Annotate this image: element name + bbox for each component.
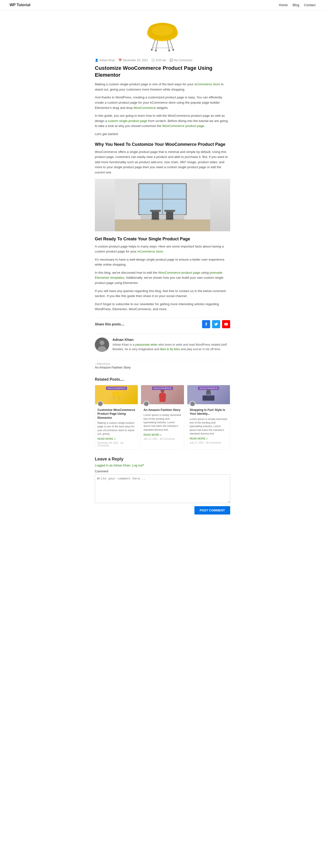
comment-icon: 💬 (170, 59, 173, 62)
related-card-1-image: WOOCOMMERCE (95, 385, 138, 404)
related-card-1-title: Customize WooCommerce Product Page Using… (97, 408, 135, 420)
svg-line-28 (113, 396, 114, 399)
svg-point-1 (152, 25, 173, 36)
related-card-3-readmore[interactable]: READ MORE » (190, 437, 208, 440)
prev-post-link[interactable]: An Amazon Fashion Story (95, 366, 130, 369)
ecommerce-link[interactable]: eCommerce store (195, 83, 220, 86)
svg-rect-19 (150, 210, 161, 212)
author-box: Adnan Khan Adnan Khan is a passionate wr… (95, 334, 230, 355)
svg-point-9 (155, 50, 157, 52)
chevron-left-icon: ‹ (95, 363, 96, 365)
related-card-2-image: WOOCOMMERCE (141, 385, 184, 404)
passionate-link[interactable]: passionate writer (135, 343, 158, 346)
user-icon: 👤 (95, 59, 98, 62)
leave-reply-section: Leave a Reply Logged in as Adnan Khan. L… (95, 457, 230, 515)
svg-line-5 (167, 40, 169, 50)
logged-in-user-link[interactable]: Logged in as Adnan Khan. (95, 464, 131, 467)
nav-home[interactable]: Home (279, 3, 288, 7)
related-card-2-title: An Amazon Fashion Story (143, 408, 181, 412)
share-section: Share this posts.... (95, 317, 230, 328)
related-card-3-title: Shopping Is Fun! Style Is Your Identity.… (190, 408, 228, 416)
related-card-1: WOOCOMMERCE Customize WooCommerce Produc… (95, 385, 138, 450)
svg-point-8 (172, 49, 174, 51)
comment-textarea[interactable] (95, 474, 230, 503)
related-card-2-meta: July 13, 2021 · No Comments (143, 438, 181, 440)
related-card-2-readmore[interactable]: READ MORE » (143, 433, 161, 436)
logout-link[interactable]: Log out? (132, 464, 144, 467)
para-2: And thanks to WordPress, creating a cust… (95, 95, 230, 110)
related-posts-grid: WOOCOMMERCE Customize WooCommerce Produc… (95, 385, 230, 450)
para-3: In this guide, you are going to learn ho… (95, 113, 230, 129)
chair-illustration (139, 15, 186, 53)
related-card-2: WOOCOMMERCE An Amazon Fashion Story Lore… (141, 385, 184, 450)
prev-label: ‹ PREVIOUS (95, 363, 230, 365)
related-card-1-meta: December 28, 2021 · No Comments (97, 442, 135, 447)
svg-rect-33 (206, 394, 211, 396)
author-avatar (95, 338, 109, 352)
svg-rect-18 (152, 211, 159, 219)
site-brand[interactable]: WP Tutorial (9, 3, 30, 7)
nav-blog[interactable]: Blog (293, 3, 299, 7)
author-meta: 👤 Adnan Khan (95, 59, 115, 62)
related-card-3-image: WOOCOMMERCE (187, 385, 230, 404)
youtube-share-button[interactable] (222, 320, 230, 328)
author-avatar-image (95, 338, 109, 352)
main-content: 👤 Adnan Khan 📅 December 28, 2021 🕐 8:03 … (91, 10, 234, 529)
section1-heading: Why You Need To Customize Your WooCommer… (95, 142, 230, 147)
section1-text: WooCommerce offers a single product page… (95, 149, 230, 175)
related-card-2-body: An Amazon Fashion Story Lorem ipsum is s… (141, 404, 184, 442)
post-meta: 👤 Adnan Khan 📅 December 28, 2021 🕐 8:03 … (95, 59, 230, 62)
author-name: Adnan Khan (113, 338, 230, 342)
card-author-avatar-1 (97, 401, 103, 407)
date-meta: 📅 December 28, 2021 (118, 59, 148, 62)
likes-to-fly-link[interactable]: likes to fly kites (160, 347, 180, 351)
logged-in-as: Logged in as Adnan Khan. Log out? (95, 464, 230, 467)
clock-icon: 🕐 (151, 59, 155, 62)
related-posts-section: Related Posts.... WOOCOMMERCE Customize … (95, 377, 230, 450)
woocommerce-link2[interactable]: WooCommerce product page (158, 271, 200, 274)
comment-label: Comment (95, 469, 230, 473)
facebook-share-button[interactable] (202, 320, 210, 328)
related-card-3-excerpt: Lorem ipsum is simply dummied text of th… (190, 417, 228, 436)
card-shopping-icon (201, 389, 216, 401)
section2-para-1: It's necessary to have a well-design sin… (95, 257, 230, 267)
nav-contact[interactable]: Contact (304, 3, 316, 7)
svg-line-4 (156, 40, 158, 50)
twitter-share-button[interactable] (212, 320, 220, 328)
post-title: Customize WooCommerce Product Page Using… (95, 65, 230, 79)
leave-reply-heading: Leave a Reply (95, 457, 230, 462)
card-author-avatar-3 (190, 401, 196, 407)
custom-single-link[interactable]: custom single product page (108, 119, 147, 123)
card-chair-icon (109, 389, 124, 401)
related-posts-heading: Related Posts.... (95, 377, 230, 381)
woo-product-link[interactable]: WooCommerce product page (162, 124, 204, 128)
related-card-3-body: Shopping Is Fun! Style Is Your Identity.… (187, 404, 230, 446)
room-illustration (95, 179, 230, 231)
para-4: Let's get started: (95, 131, 230, 137)
section2-para-2: In this blog, we've discussed how to edi… (95, 270, 230, 286)
section2-heading: Get Ready To Create Your Single Product … (95, 237, 230, 242)
related-card-2-excerpt: Lorem ipsum is simply dummied text of th… (143, 413, 181, 432)
share-label: Share this posts.... (95, 322, 124, 326)
svg-rect-20 (166, 211, 173, 219)
svg-point-26 (99, 340, 105, 345)
time-meta: 🕐 8:03 am (151, 59, 166, 62)
ecommerce-link2[interactable]: eCommerce store (138, 250, 163, 253)
post-body: Making a custom single product page is o… (95, 82, 230, 312)
svg-point-7 (151, 49, 153, 51)
svg-line-29 (119, 396, 120, 399)
svg-rect-17 (141, 215, 184, 219)
related-card-3: WOOCOMMERCE Shopping Is Fun! Style Is Yo… (187, 385, 230, 450)
woocommerce-link[interactable]: WooCommerce (134, 106, 156, 110)
comments-meta: 💬 No Comments (170, 59, 193, 62)
related-card-1-excerpt: Making a custom single product page is o… (97, 421, 135, 436)
navbar: WP Tutorial Home Blog Contact (0, 0, 325, 10)
hero-image (95, 15, 230, 54)
related-card-1-readmore[interactable]: READ MORE » (97, 437, 116, 440)
svg-point-10 (168, 50, 170, 52)
related-card-3-meta: July 13, 2021 · No Comments (190, 441, 228, 444)
svg-rect-16 (115, 219, 210, 231)
post-comment-button[interactable]: POST COMMENT (195, 506, 230, 515)
section2-para-4: Don't forget to subscribe to our newslet… (95, 302, 230, 312)
svg-rect-21 (165, 210, 175, 212)
